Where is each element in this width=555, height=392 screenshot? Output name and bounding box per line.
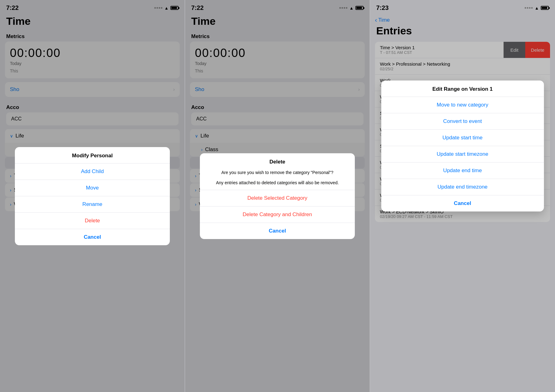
rename-btn[interactable]: Rename bbox=[15, 196, 170, 212]
update-end-timezone-btn[interactable]: Update end timezone bbox=[381, 179, 544, 195]
modal-title-1: Modify Personal bbox=[15, 147, 170, 163]
cancel-btn-1[interactable]: Cancel bbox=[15, 229, 170, 245]
move-btn[interactable]: Move bbox=[15, 180, 170, 196]
cancel-btn-3[interactable]: Cancel bbox=[381, 195, 544, 211]
modal-overlay-1[interactable]: Modify Personal Add Child Move Rename De… bbox=[0, 0, 185, 392]
delete-modal-title: Delete bbox=[200, 153, 355, 169]
phone-panel-3: 7:23 ▲ ‹ Time Entries Time > Version 1 T… bbox=[370, 0, 555, 392]
delete-selected-btn[interactable]: Delete Selected Category bbox=[200, 190, 355, 206]
update-start-timezone-btn[interactable]: Update start timezone bbox=[381, 146, 544, 162]
modal-overlay-2[interactable]: Delete Are you sure you wish to remove t… bbox=[185, 0, 370, 392]
edit-modal-title: Edit Range on Version 1 bbox=[381, 81, 544, 97]
delete-modal: Delete Are you sure you wish to remove t… bbox=[200, 153, 355, 239]
delete-btn-1[interactable]: Delete bbox=[15, 213, 170, 229]
update-start-time-btn[interactable]: Update start time bbox=[381, 130, 544, 146]
convert-to-event-btn[interactable]: Convert to event bbox=[381, 113, 544, 129]
modify-personal-modal: Modify Personal Add Child Move Rename De… bbox=[15, 147, 170, 245]
add-child-btn[interactable]: Add Child bbox=[15, 163, 170, 180]
update-end-time-btn[interactable]: Update end time bbox=[381, 163, 544, 179]
phone-panel-1: 7:22 ▲ Time Metrics 00:00:00 Today This … bbox=[0, 0, 185, 392]
edit-range-modal: Edit Range on Version 1 Move to new cate… bbox=[381, 81, 544, 211]
delete-modal-body1: Are you sure you wish to remove the cate… bbox=[200, 169, 355, 180]
delete-children-btn[interactable]: Delete Category and Children bbox=[200, 207, 355, 223]
delete-modal-body2: Any entries attached to deleted categori… bbox=[200, 180, 355, 190]
move-to-new-category-btn[interactable]: Move to new category bbox=[381, 97, 544, 113]
cancel-btn-2[interactable]: Cancel bbox=[200, 223, 355, 239]
phone-panel-2: 7:22 ▲ Time Metrics 00:00:00 Today This … bbox=[185, 0, 370, 392]
